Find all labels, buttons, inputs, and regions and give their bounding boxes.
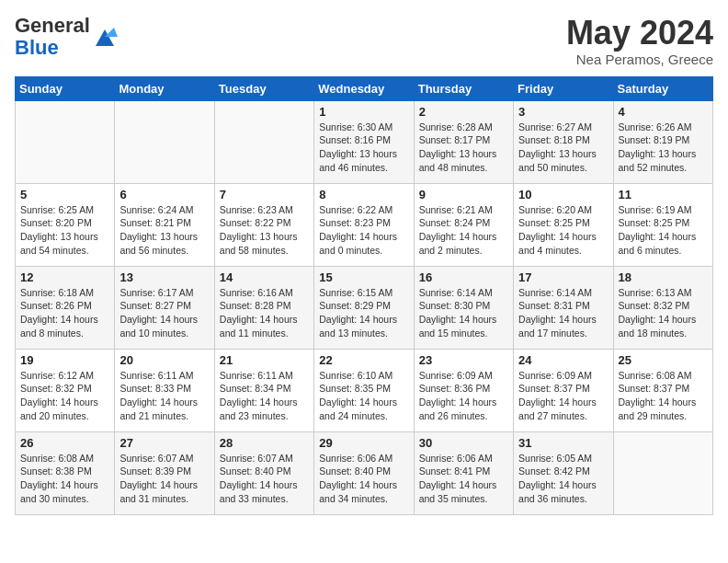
location: Nea Peramos, Greece bbox=[566, 52, 713, 67]
week-row-4: 19Sunrise: 6:12 AMSunset: 8:32 PMDayligh… bbox=[16, 349, 713, 431]
day-number: 8 bbox=[319, 188, 408, 201]
day-cell: 18Sunrise: 6:13 AMSunset: 8:32 PMDayligh… bbox=[613, 266, 712, 349]
day-info: Sunrise: 6:22 AMSunset: 8:23 PMDaylight:… bbox=[319, 203, 408, 258]
day-info: Sunrise: 6:07 AMSunset: 8:39 PMDaylight:… bbox=[119, 452, 209, 506]
day-info: Sunrise: 6:06 AMSunset: 8:40 PMDaylight:… bbox=[319, 452, 408, 506]
day-info: Sunrise: 6:09 AMSunset: 8:37 PMDaylight:… bbox=[518, 369, 608, 423]
day-number: 9 bbox=[419, 188, 508, 201]
day-cell: 10Sunrise: 6:20 AMSunset: 8:25 PMDayligh… bbox=[514, 183, 613, 266]
day-cell: 22Sunrise: 6:10 AMSunset: 8:35 PMDayligh… bbox=[314, 349, 414, 431]
day-cell: 2Sunrise: 6:28 AMSunset: 8:17 PMDaylight… bbox=[414, 100, 513, 183]
day-cell bbox=[214, 100, 313, 183]
day-info: Sunrise: 6:13 AMSunset: 8:32 PMDaylight:… bbox=[619, 286, 708, 340]
day-cell: 12Sunrise: 6:18 AMSunset: 8:26 PMDayligh… bbox=[16, 266, 115, 349]
day-number: 16 bbox=[419, 270, 508, 284]
calendar-header: SundayMondayTuesdayWednesdayThursdayFrid… bbox=[16, 76, 713, 100]
weekday-row: SundayMondayTuesdayWednesdayThursdayFrid… bbox=[16, 76, 713, 100]
day-number: 5 bbox=[20, 188, 109, 201]
day-cell: 26Sunrise: 6:08 AMSunset: 8:38 PMDayligh… bbox=[16, 431, 115, 514]
day-cell: 1Sunrise: 6:30 AMSunset: 8:16 PMDaylight… bbox=[314, 100, 414, 183]
day-cell: 23Sunrise: 6:09 AMSunset: 8:36 PMDayligh… bbox=[414, 349, 513, 431]
day-cell: 7Sunrise: 6:23 AMSunset: 8:22 PMDaylight… bbox=[214, 183, 313, 266]
day-cell: 4Sunrise: 6:26 AMSunset: 8:19 PMDaylight… bbox=[613, 100, 712, 183]
weekday-header-wednesday: Wednesday bbox=[314, 76, 414, 100]
day-cell: 14Sunrise: 6:16 AMSunset: 8:28 PMDayligh… bbox=[214, 266, 313, 349]
day-info: Sunrise: 6:08 AMSunset: 8:37 PMDaylight:… bbox=[619, 369, 708, 423]
day-info: Sunrise: 6:19 AMSunset: 8:25 PMDaylight:… bbox=[619, 203, 708, 258]
day-number: 20 bbox=[119, 353, 209, 367]
day-number: 22 bbox=[319, 353, 408, 367]
day-cell: 17Sunrise: 6:14 AMSunset: 8:31 PMDayligh… bbox=[514, 266, 613, 349]
logo-icon bbox=[92, 24, 118, 50]
day-number: 23 bbox=[419, 353, 508, 367]
day-cell: 21Sunrise: 6:11 AMSunset: 8:34 PMDayligh… bbox=[214, 349, 313, 431]
day-number: 15 bbox=[319, 270, 408, 284]
day-cell: 24Sunrise: 6:09 AMSunset: 8:37 PMDayligh… bbox=[514, 349, 613, 431]
day-cell bbox=[115, 100, 214, 183]
day-info: Sunrise: 6:17 AMSunset: 8:27 PMDaylight:… bbox=[119, 286, 209, 340]
day-info: Sunrise: 6:14 AMSunset: 8:30 PMDaylight:… bbox=[419, 286, 508, 340]
page-header: General Blue May 2024 Nea Peramos, Greec… bbox=[15, 15, 713, 67]
calendar-table: SundayMondayTuesdayWednesdayThursdayFrid… bbox=[15, 76, 713, 515]
day-cell: 8Sunrise: 6:22 AMSunset: 8:23 PMDaylight… bbox=[314, 183, 414, 266]
day-number: 27 bbox=[119, 436, 209, 450]
day-cell bbox=[613, 431, 712, 514]
day-number: 18 bbox=[619, 270, 708, 284]
day-info: Sunrise: 6:05 AMSunset: 8:42 PMDaylight:… bbox=[518, 452, 608, 506]
weekday-header-sunday: Sunday bbox=[16, 76, 115, 100]
svg-marker-1 bbox=[105, 28, 118, 37]
day-info: Sunrise: 6:30 AMSunset: 8:16 PMDaylight:… bbox=[319, 121, 408, 175]
day-cell bbox=[16, 100, 115, 183]
logo-general: General bbox=[15, 14, 90, 37]
day-info: Sunrise: 6:11 AMSunset: 8:33 PMDaylight:… bbox=[119, 369, 209, 423]
calendar-body: 1Sunrise: 6:30 AMSunset: 8:16 PMDaylight… bbox=[16, 100, 713, 514]
day-number: 4 bbox=[619, 105, 708, 119]
day-cell: 19Sunrise: 6:12 AMSunset: 8:32 PMDayligh… bbox=[16, 349, 115, 431]
day-info: Sunrise: 6:08 AMSunset: 8:38 PMDaylight:… bbox=[20, 452, 109, 506]
weekday-header-tuesday: Tuesday bbox=[214, 76, 313, 100]
day-cell: 15Sunrise: 6:15 AMSunset: 8:29 PMDayligh… bbox=[314, 266, 414, 349]
day-info: Sunrise: 6:15 AMSunset: 8:29 PMDaylight:… bbox=[319, 286, 408, 340]
day-number: 11 bbox=[619, 188, 708, 201]
day-number: 1 bbox=[319, 105, 408, 119]
day-number: 3 bbox=[518, 105, 608, 119]
day-info: Sunrise: 6:11 AMSunset: 8:34 PMDaylight:… bbox=[220, 369, 309, 423]
month-title: May 2024 bbox=[566, 15, 713, 52]
day-number: 28 bbox=[220, 436, 309, 450]
day-cell: 16Sunrise: 6:14 AMSunset: 8:30 PMDayligh… bbox=[414, 266, 513, 349]
day-cell: 5Sunrise: 6:25 AMSunset: 8:20 PMDaylight… bbox=[16, 183, 115, 266]
day-number: 13 bbox=[119, 270, 209, 284]
day-info: Sunrise: 6:10 AMSunset: 8:35 PMDaylight:… bbox=[319, 369, 408, 423]
logo-text: General Blue bbox=[15, 15, 90, 59]
day-info: Sunrise: 6:09 AMSunset: 8:36 PMDaylight:… bbox=[419, 369, 508, 423]
logo-blue: Blue bbox=[15, 36, 59, 59]
day-number: 21 bbox=[220, 353, 309, 367]
day-info: Sunrise: 6:28 AMSunset: 8:17 PMDaylight:… bbox=[419, 121, 508, 175]
day-cell: 9Sunrise: 6:21 AMSunset: 8:24 PMDaylight… bbox=[414, 183, 513, 266]
day-number: 25 bbox=[619, 353, 708, 367]
day-cell: 30Sunrise: 6:06 AMSunset: 8:41 PMDayligh… bbox=[414, 431, 513, 514]
weekday-header-thursday: Thursday bbox=[414, 76, 513, 100]
day-number: 2 bbox=[419, 105, 508, 119]
weekday-header-saturday: Saturday bbox=[613, 76, 712, 100]
weekday-header-monday: Monday bbox=[115, 76, 214, 100]
day-info: Sunrise: 6:16 AMSunset: 8:28 PMDaylight:… bbox=[220, 286, 309, 340]
day-cell: 25Sunrise: 6:08 AMSunset: 8:37 PMDayligh… bbox=[613, 349, 712, 431]
logo: General Blue bbox=[15, 15, 118, 59]
day-number: 29 bbox=[319, 436, 408, 450]
week-row-3: 12Sunrise: 6:18 AMSunset: 8:26 PMDayligh… bbox=[16, 266, 713, 349]
day-info: Sunrise: 6:12 AMSunset: 8:32 PMDaylight:… bbox=[20, 369, 109, 423]
day-cell: 3Sunrise: 6:27 AMSunset: 8:18 PMDaylight… bbox=[514, 100, 613, 183]
day-info: Sunrise: 6:24 AMSunset: 8:21 PMDaylight:… bbox=[119, 203, 209, 258]
day-number: 30 bbox=[419, 436, 508, 450]
day-number: 7 bbox=[220, 188, 309, 201]
week-row-5: 26Sunrise: 6:08 AMSunset: 8:38 PMDayligh… bbox=[16, 431, 713, 514]
day-number: 6 bbox=[119, 188, 209, 201]
day-number: 26 bbox=[20, 436, 109, 450]
day-cell: 29Sunrise: 6:06 AMSunset: 8:40 PMDayligh… bbox=[314, 431, 414, 514]
day-cell: 28Sunrise: 6:07 AMSunset: 8:40 PMDayligh… bbox=[214, 431, 313, 514]
weekday-header-friday: Friday bbox=[514, 76, 613, 100]
day-info: Sunrise: 6:21 AMSunset: 8:24 PMDaylight:… bbox=[419, 203, 508, 258]
day-number: 31 bbox=[518, 436, 608, 450]
day-number: 24 bbox=[518, 353, 608, 367]
